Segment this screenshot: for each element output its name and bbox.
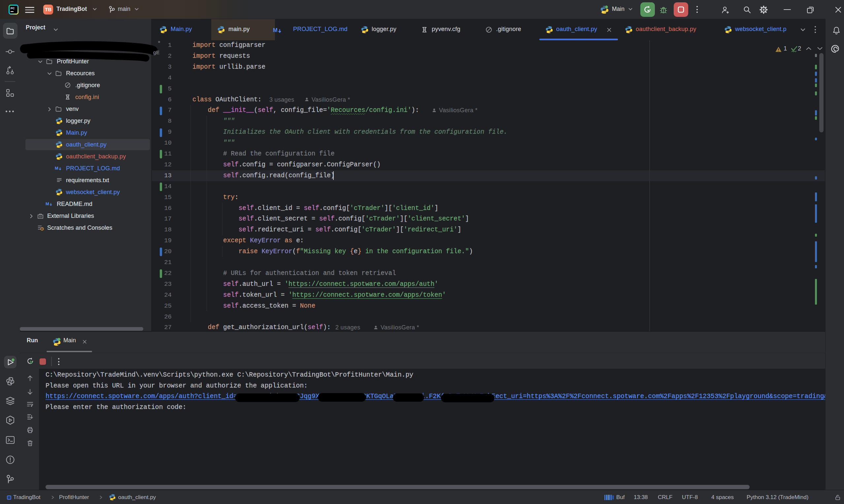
svg-text:PC: PC — [11, 6, 15, 10]
